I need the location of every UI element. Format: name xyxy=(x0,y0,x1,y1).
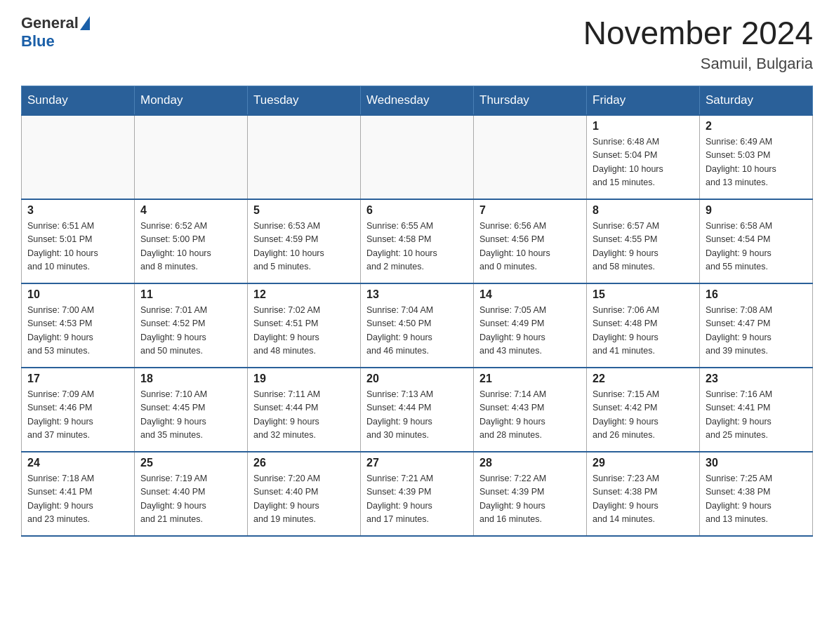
calendar-cell: 14Sunrise: 7:05 AM Sunset: 4:49 PM Dayli… xyxy=(474,283,587,368)
day-info: Sunrise: 6:53 AM Sunset: 4:59 PM Dayligh… xyxy=(253,220,355,274)
weekday-header-saturday: Saturday xyxy=(700,86,813,116)
day-info: Sunrise: 6:52 AM Sunset: 5:00 PM Dayligh… xyxy=(140,220,241,274)
calendar-cell: 22Sunrise: 7:15 AM Sunset: 4:42 PM Dayli… xyxy=(587,368,700,452)
calendar-week-2: 3Sunrise: 6:51 AM Sunset: 5:01 PM Daylig… xyxy=(22,199,813,283)
day-number: 2 xyxy=(706,120,807,133)
day-number: 29 xyxy=(593,457,694,469)
day-number: 15 xyxy=(593,288,694,301)
logo-triangle-icon xyxy=(80,16,90,30)
calendar-cell: 28Sunrise: 7:22 AM Sunset: 4:39 PM Dayli… xyxy=(474,452,587,536)
day-info: Sunrise: 7:08 AM Sunset: 4:47 PM Dayligh… xyxy=(706,304,807,358)
calendar-cell: 10Sunrise: 7:00 AM Sunset: 4:53 PM Dayli… xyxy=(22,283,135,368)
day-info: Sunrise: 6:57 AM Sunset: 4:55 PM Dayligh… xyxy=(593,220,694,274)
day-info: Sunrise: 7:04 AM Sunset: 4:50 PM Dayligh… xyxy=(366,304,468,358)
day-number: 1 xyxy=(593,120,694,133)
calendar-cell: 2Sunrise: 6:49 AM Sunset: 5:03 PM Daylig… xyxy=(700,115,813,199)
day-info: Sunrise: 7:00 AM Sunset: 4:53 PM Dayligh… xyxy=(27,304,128,358)
day-number: 4 xyxy=(140,204,241,217)
day-info: Sunrise: 7:01 AM Sunset: 4:52 PM Dayligh… xyxy=(140,304,241,358)
day-info: Sunrise: 7:16 AM Sunset: 4:41 PM Dayligh… xyxy=(706,388,807,443)
calendar-cell: 29Sunrise: 7:23 AM Sunset: 4:38 PM Dayli… xyxy=(587,452,700,536)
day-number: 19 xyxy=(253,373,355,385)
day-info: Sunrise: 7:05 AM Sunset: 4:49 PM Dayligh… xyxy=(479,304,581,358)
calendar-cell: 13Sunrise: 7:04 AM Sunset: 4:50 PM Dayli… xyxy=(361,283,474,368)
calendar-cell: 3Sunrise: 6:51 AM Sunset: 5:01 PM Daylig… xyxy=(22,199,135,283)
weekday-header-wednesday: Wednesday xyxy=(361,86,474,116)
title-block: November 2024 Samuil, Bulgaria xyxy=(583,14,813,73)
day-info: Sunrise: 7:21 AM Sunset: 4:39 PM Dayligh… xyxy=(366,472,468,527)
day-info: Sunrise: 7:02 AM Sunset: 4:51 PM Dayligh… xyxy=(253,304,355,358)
calendar-cell: 27Sunrise: 7:21 AM Sunset: 4:39 PM Dayli… xyxy=(361,452,474,536)
calendar-cell: 24Sunrise: 7:18 AM Sunset: 4:41 PM Dayli… xyxy=(22,452,135,536)
day-info: Sunrise: 7:22 AM Sunset: 4:39 PM Dayligh… xyxy=(479,472,581,527)
weekday-header-thursday: Thursday xyxy=(474,86,587,116)
day-info: Sunrise: 7:25 AM Sunset: 4:38 PM Dayligh… xyxy=(706,472,807,527)
day-info: Sunrise: 7:19 AM Sunset: 4:40 PM Dayligh… xyxy=(140,472,241,527)
day-number: 14 xyxy=(479,288,581,301)
day-info: Sunrise: 7:23 AM Sunset: 4:38 PM Dayligh… xyxy=(593,472,694,527)
day-number: 6 xyxy=(366,204,468,217)
day-number: 11 xyxy=(140,288,241,301)
calendar-cell: 26Sunrise: 7:20 AM Sunset: 4:40 PM Dayli… xyxy=(248,452,361,536)
calendar-cell xyxy=(22,115,135,199)
day-info: Sunrise: 6:49 AM Sunset: 5:03 PM Dayligh… xyxy=(706,135,807,190)
weekday-header-monday: Monday xyxy=(135,86,248,116)
calendar-cell: 21Sunrise: 7:14 AM Sunset: 4:43 PM Dayli… xyxy=(474,368,587,452)
day-number: 23 xyxy=(706,373,807,385)
calendar-cell: 6Sunrise: 6:55 AM Sunset: 4:58 PM Daylig… xyxy=(361,199,474,283)
day-number: 17 xyxy=(27,373,128,385)
day-number: 8 xyxy=(593,204,694,217)
day-number: 24 xyxy=(27,457,128,469)
day-number: 18 xyxy=(140,373,241,385)
day-info: Sunrise: 6:51 AM Sunset: 5:01 PM Dayligh… xyxy=(27,220,128,274)
day-number: 10 xyxy=(27,288,128,301)
calendar-cell: 25Sunrise: 7:19 AM Sunset: 4:40 PM Dayli… xyxy=(135,452,248,536)
day-info: Sunrise: 7:15 AM Sunset: 4:42 PM Dayligh… xyxy=(593,388,694,443)
day-info: Sunrise: 7:11 AM Sunset: 4:44 PM Dayligh… xyxy=(253,388,355,443)
weekday-header-row: SundayMondayTuesdayWednesdayThursdayFrid… xyxy=(22,86,813,116)
day-number: 27 xyxy=(366,457,468,469)
calendar-cell: 19Sunrise: 7:11 AM Sunset: 4:44 PM Dayli… xyxy=(248,368,361,452)
day-number: 22 xyxy=(593,373,694,385)
weekday-header-tuesday: Tuesday xyxy=(248,86,361,116)
day-info: Sunrise: 7:20 AM Sunset: 4:40 PM Dayligh… xyxy=(253,472,355,527)
day-number: 9 xyxy=(706,204,807,217)
day-number: 5 xyxy=(253,204,355,217)
day-number: 20 xyxy=(366,373,468,385)
calendar-week-5: 24Sunrise: 7:18 AM Sunset: 4:41 PM Dayli… xyxy=(22,452,813,536)
calendar-cell: 15Sunrise: 7:06 AM Sunset: 4:48 PM Dayli… xyxy=(587,283,700,368)
calendar-cell: 30Sunrise: 7:25 AM Sunset: 4:38 PM Dayli… xyxy=(700,452,813,536)
calendar-subtitle: Samuil, Bulgaria xyxy=(583,55,813,73)
calendar-cell xyxy=(361,115,474,199)
day-number: 7 xyxy=(479,204,581,217)
day-number: 21 xyxy=(479,373,581,385)
calendar-table: SundayMondayTuesdayWednesdayThursdayFrid… xyxy=(21,86,813,537)
day-info: Sunrise: 7:18 AM Sunset: 4:41 PM Dayligh… xyxy=(27,472,128,527)
calendar-cell xyxy=(135,115,248,199)
calendar-cell: 9Sunrise: 6:58 AM Sunset: 4:54 PM Daylig… xyxy=(700,199,813,283)
calendar-cell: 23Sunrise: 7:16 AM Sunset: 4:41 PM Dayli… xyxy=(700,368,813,452)
calendar-cell: 7Sunrise: 6:56 AM Sunset: 4:56 PM Daylig… xyxy=(474,199,587,283)
calendar-cell: 17Sunrise: 7:09 AM Sunset: 4:46 PM Dayli… xyxy=(22,368,135,452)
day-info: Sunrise: 7:09 AM Sunset: 4:46 PM Dayligh… xyxy=(27,388,128,443)
day-number: 3 xyxy=(27,204,128,217)
day-number: 12 xyxy=(253,288,355,301)
day-number: 30 xyxy=(706,457,807,469)
logo: General Blue xyxy=(21,14,90,51)
weekday-header-friday: Friday xyxy=(587,86,700,116)
calendar-cell: 1Sunrise: 6:48 AM Sunset: 5:04 PM Daylig… xyxy=(587,115,700,199)
day-info: Sunrise: 7:13 AM Sunset: 4:44 PM Dayligh… xyxy=(366,388,468,443)
calendar-week-4: 17Sunrise: 7:09 AM Sunset: 4:46 PM Dayli… xyxy=(22,368,813,452)
calendar-week-3: 10Sunrise: 7:00 AM Sunset: 4:53 PM Dayli… xyxy=(22,283,813,368)
day-number: 25 xyxy=(140,457,241,469)
calendar-cell xyxy=(248,115,361,199)
page-header: General Blue November 2024 Samuil, Bulga… xyxy=(21,14,813,73)
calendar-cell xyxy=(474,115,587,199)
calendar-cell: 20Sunrise: 7:13 AM Sunset: 4:44 PM Dayli… xyxy=(361,368,474,452)
calendar-cell: 4Sunrise: 6:52 AM Sunset: 5:00 PM Daylig… xyxy=(135,199,248,283)
day-info: Sunrise: 7:10 AM Sunset: 4:45 PM Dayligh… xyxy=(140,388,241,443)
calendar-cell: 5Sunrise: 6:53 AM Sunset: 4:59 PM Daylig… xyxy=(248,199,361,283)
day-info: Sunrise: 6:56 AM Sunset: 4:56 PM Dayligh… xyxy=(479,220,581,274)
calendar-cell: 11Sunrise: 7:01 AM Sunset: 4:52 PM Dayli… xyxy=(135,283,248,368)
day-info: Sunrise: 7:14 AM Sunset: 4:43 PM Dayligh… xyxy=(479,388,581,443)
